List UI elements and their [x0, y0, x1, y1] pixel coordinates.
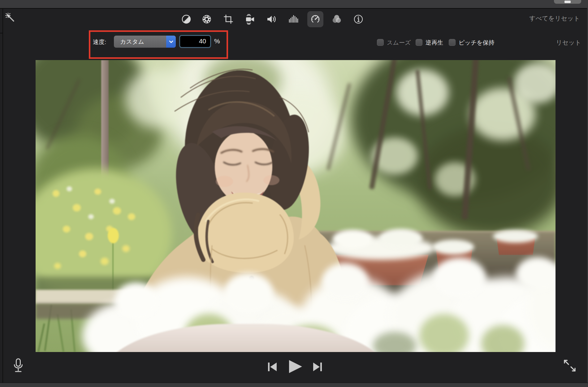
speed-preset-value: カスタム	[114, 38, 144, 46]
panel-divider-notch	[0, 33, 2, 33]
video-preview	[36, 60, 556, 352]
preserve-pitch-checkbox-label[interactable]: ピッチを保持	[459, 39, 495, 47]
auto-enhance-button[interactable]	[5, 12, 16, 24]
panel-divider	[2, 8, 3, 383]
stabilization-button[interactable]	[244, 14, 256, 25]
magic-wand-icon	[5, 19, 16, 24]
imovie-adjust-window: すべてをリセット 速度: カスタム 40 % スムーズ 逆再生 ピッチを保持 リ…	[0, 0, 588, 387]
voiceover-button[interactable]	[12, 358, 24, 373]
skip-back-icon	[266, 362, 279, 372]
skip-forward-icon	[311, 362, 324, 372]
reset-all-button[interactable]: すべてをリセット	[529, 14, 580, 23]
preserve-pitch-checkbox[interactable]	[449, 39, 456, 46]
percent-sign: %	[214, 37, 220, 45]
color-balance-button[interactable]	[181, 14, 192, 25]
chevron-down-icon	[169, 39, 173, 45]
dropdown-cap	[166, 36, 176, 48]
bottom-strip	[0, 383, 588, 387]
reverse-checkbox-label[interactable]: 逆再生	[426, 39, 443, 47]
reset-button[interactable]: リセット	[556, 38, 581, 47]
volume-button[interactable]	[266, 14, 277, 25]
reverse-checkbox[interactable]	[416, 39, 422, 46]
crop-icon	[223, 14, 234, 25]
play-icon	[287, 359, 303, 374]
color-filters-button[interactable]	[331, 14, 342, 25]
speed-label: 速度:	[93, 38, 106, 46]
previous-frame-button[interactable]	[266, 362, 279, 372]
speedometer-icon	[310, 14, 321, 25]
color-balance-icon	[181, 14, 192, 25]
speed-value: 40	[199, 37, 206, 45]
fullscreen-button[interactable]	[563, 359, 577, 373]
next-frame-button[interactable]	[311, 362, 324, 372]
browser-toggle-button[interactable]	[554, 0, 581, 4]
smooth-checkbox-label[interactable]: スムーズ	[387, 39, 411, 47]
color-correction-button[interactable]	[201, 14, 212, 25]
speed-button[interactable]	[310, 14, 321, 25]
expand-arrows-icon	[563, 359, 577, 373]
speed-value-input[interactable]: 40	[179, 35, 211, 48]
camera-shake-icon	[244, 14, 256, 25]
speed-preset-dropdown[interactable]: カスタム	[114, 36, 176, 48]
titlebar-strip	[0, 0, 588, 9]
microphone-icon	[12, 358, 24, 373]
info-icon	[353, 14, 364, 25]
clip-info-button[interactable]	[353, 14, 364, 25]
play-button[interactable]	[287, 359, 303, 374]
crop-button[interactable]	[223, 14, 234, 25]
smooth-checkbox[interactable]	[377, 39, 384, 46]
speaker-icon	[266, 14, 277, 25]
palette-icon	[201, 14, 212, 25]
equalizer-bars-icon	[288, 14, 299, 25]
window-pane-icon	[564, 1, 571, 3]
noise-reduction-button[interactable]	[288, 14, 299, 25]
overlapping-circles-icon	[331, 14, 342, 25]
